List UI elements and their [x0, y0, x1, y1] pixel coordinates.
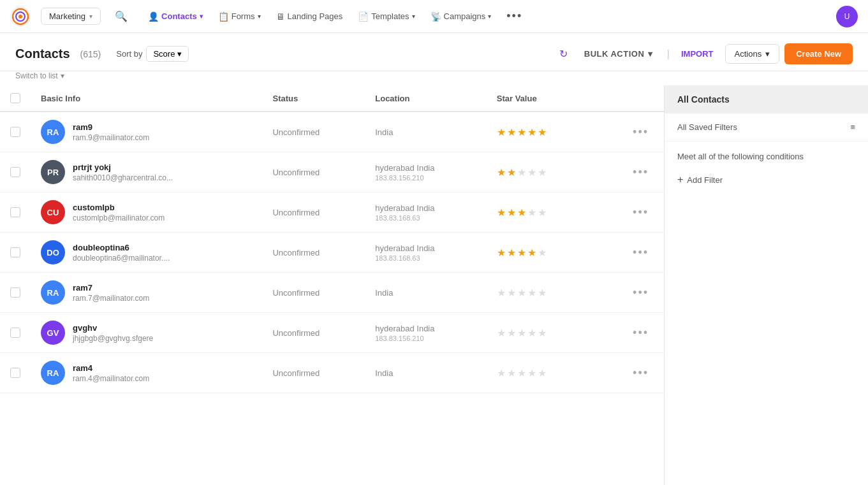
status-badge: Unconfirmed: [272, 127, 320, 137]
row-basic-info: PR prtrjt yokj sahith0010@gharcentral.co…: [31, 152, 262, 192]
import-button[interactable]: IMPORT: [675, 45, 720, 62]
row-location: hyderabad India 183.83.156.210: [365, 152, 487, 192]
workspace-selector[interactable]: Marketing ▾: [41, 8, 101, 25]
forms-icon: 📋: [218, 11, 229, 22]
star-3: ★: [517, 327, 526, 339]
app-logo[interactable]: [10, 6, 31, 27]
row-checkbox[interactable]: [10, 328, 20, 338]
svg-point-3: [18, 15, 22, 18]
contacts-table-area: Basic Info Status Location Star Value: [0, 85, 664, 485]
contact-name: ram9: [73, 122, 149, 132]
sort-value: Score: [153, 49, 175, 59]
star-3: ★: [517, 287, 526, 299]
row-more-button[interactable]: •••: [628, 364, 654, 382]
row-location: India: [365, 353, 487, 393]
star-3: ★: [517, 367, 526, 379]
row-location: hyderabad India 183.83.168.63: [365, 233, 487, 273]
main-layout: Basic Info Status Location Star Value: [0, 85, 868, 485]
avatar: RA: [41, 120, 65, 144]
star-5: ★: [538, 206, 547, 219]
row-more-button[interactable]: •••: [628, 163, 654, 182]
bulk-action-button[interactable]: BULK ACTION ▾: [575, 45, 662, 62]
search-button[interactable]: 🔍: [111, 6, 131, 26]
star-1: ★: [497, 327, 506, 339]
row-status: Unconfirmed: [262, 112, 365, 152]
star-1: ★: [497, 126, 506, 138]
nav-item-contacts[interactable]: 👤 Contacts ▾: [142, 8, 209, 25]
nav-item-forms[interactable]: 📋 Forms ▾: [212, 8, 267, 25]
avatar-initials: U: [844, 12, 850, 21]
location-city: hyderabad India: [375, 324, 476, 333]
templates-chevron: ▾: [412, 13, 415, 20]
star-3: ★: [517, 206, 526, 219]
row-more-button[interactable]: •••: [628, 284, 654, 302]
refresh-button[interactable]: ↻: [557, 45, 570, 62]
contact-email: doubleoptina6@mailinator....: [73, 254, 170, 263]
sidebar-all-saved-filters[interactable]: All Saved Filters ≡: [665, 113, 868, 141]
sort-area: Sort by Score ▾: [116, 46, 189, 62]
nav-item-landing-pages[interactable]: 🖥 Landing Pages: [270, 8, 349, 25]
avatar: GV: [41, 321, 65, 345]
star-value-label: Star Value: [497, 94, 537, 103]
contact-name: customlpb: [73, 203, 165, 212]
row-star-value: ★★★★★: [487, 313, 593, 353]
status-badge: Unconfirmed: [272, 248, 320, 257]
add-filter-button[interactable]: + Add Filter: [665, 171, 868, 196]
contact-name: ram4: [73, 363, 149, 373]
location-city: India: [375, 288, 476, 298]
star-2: ★: [507, 327, 516, 339]
contact-name: doubleoptina6: [73, 243, 170, 252]
row-checkbox[interactable]: [10, 247, 20, 257]
row-checkbox[interactable]: [10, 167, 20, 177]
star-rating: ★★★★★: [497, 367, 583, 379]
row-more-button[interactable]: •••: [628, 123, 654, 141]
status-badge: Unconfirmed: [272, 208, 320, 217]
row-action-cell: •••: [593, 112, 664, 152]
row-star-value: ★★★★★: [487, 273, 593, 313]
row-more-button[interactable]: •••: [628, 243, 654, 262]
row-more-button[interactable]: •••: [628, 324, 654, 342]
row-basic-info: GV gvghv jhjgbgb@gvghvg.sfgere: [31, 313, 262, 353]
sort-score-button[interactable]: Score ▾: [146, 46, 189, 62]
status-badge: Unconfirmed: [272, 288, 320, 298]
nav-item-templates[interactable]: 📄 Templates ▾: [351, 8, 421, 25]
row-checkbox[interactable]: [10, 127, 20, 137]
actions-label: Actions: [735, 49, 762, 59]
switch-chevron-icon: ▾: [61, 71, 64, 80]
contacts-label: Contacts: [161, 11, 197, 21]
row-location: India: [365, 273, 487, 313]
star-rating: ★★★★★: [497, 327, 583, 339]
table-row: DO doubleoptina6 doubleoptina6@mailinato…: [0, 233, 664, 273]
conditions-label: Meet all of the following conditions: [677, 152, 804, 161]
location-ip: 183.83.168.63: [375, 254, 476, 262]
switch-to-list[interactable]: Switch to list ▾: [0, 71, 868, 85]
workspace-chevron: ▾: [89, 13, 92, 20]
contact-email: ram.9@mailinator.com: [73, 133, 149, 142]
table-row: PR prtrjt yokj sahith0010@gharcentral.co…: [0, 152, 664, 192]
star-1: ★: [497, 247, 506, 259]
actions-button[interactable]: Actions ▾: [725, 44, 780, 64]
row-star-value: ★★★★★: [487, 152, 593, 192]
row-checkbox[interactable]: [10, 368, 20, 378]
star-5: ★: [538, 247, 547, 259]
select-all-checkbox[interactable]: [10, 93, 20, 103]
landing-pages-label: Landing Pages: [288, 11, 343, 21]
row-location: hyderabad India 183.83.168.63: [365, 192, 487, 233]
nav-item-campaigns[interactable]: 📡 Campaigns ▾: [424, 8, 498, 25]
create-new-button[interactable]: Create New: [784, 43, 853, 64]
star-4: ★: [527, 166, 536, 178]
sidebar-all-contacts[interactable]: All Contacts: [665, 85, 868, 113]
star-1: ★: [497, 206, 506, 219]
star-rating: ★★★★★: [497, 247, 583, 259]
row-basic-info: CU customlpb customlpb@mailinator.com: [31, 192, 262, 233]
filter-icon: ≡: [850, 122, 855, 132]
contacts-table: Basic Info Status Location Star Value: [0, 85, 664, 393]
user-avatar[interactable]: U: [836, 6, 858, 27]
row-more-button[interactable]: •••: [628, 203, 654, 222]
row-checkbox[interactable]: [10, 287, 20, 298]
row-checkbox[interactable]: [10, 207, 20, 217]
header-actions: ↻ BULK ACTION ▾ | IMPORT Actions ▾ Creat…: [557, 43, 853, 64]
header-basic-info: Basic Info: [31, 85, 262, 112]
nav-more-button[interactable]: •••: [500, 6, 529, 27]
separator: |: [667, 48, 670, 60]
